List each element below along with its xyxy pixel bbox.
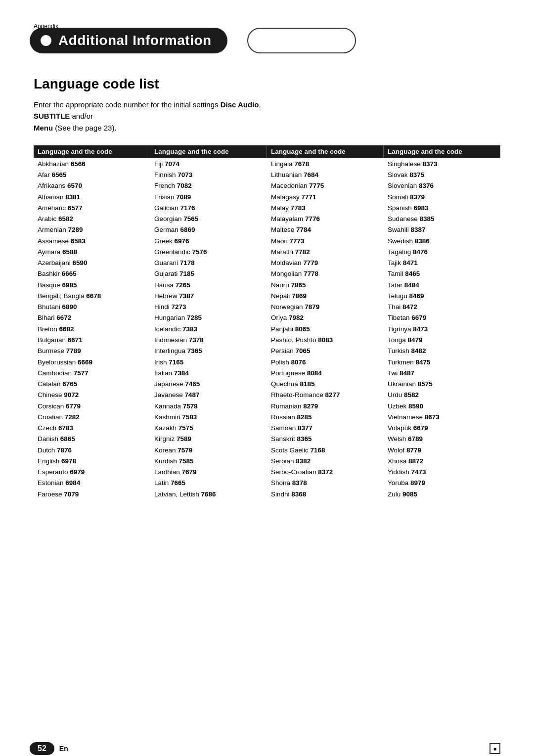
lang-code: 7565	[183, 215, 198, 222]
lang-code: 7074	[165, 160, 179, 168]
list-item: Czech 6783	[38, 423, 146, 434]
lang-code: 8386	[415, 237, 430, 245]
lang-name: Galician	[154, 204, 180, 212]
lang-code: 7876	[57, 446, 72, 454]
lang-code: 8373	[423, 160, 438, 168]
lang-name: Danish	[38, 435, 60, 443]
lang-name: Laothian	[154, 468, 182, 476]
lang-name: Abkhazian	[38, 160, 71, 168]
col-header-4: Language and the code	[384, 145, 500, 158]
list-item: French 7082	[154, 180, 263, 191]
lang-code: 6665	[62, 270, 77, 277]
list-item: Bihari 6672	[38, 312, 146, 323]
and-or: and/or	[70, 112, 93, 120]
list-item: Icelandic 7383	[154, 324, 263, 335]
lang-code: 6566	[71, 160, 86, 168]
list-item: Sanskrit 8365	[271, 434, 380, 445]
col-data-4: Singhalese 8373Slovak 8375Slovenian 8376…	[384, 158, 500, 501]
lang-code: 8375	[409, 171, 424, 178]
lang-name: Turkish	[388, 347, 411, 355]
list-item: Serbo-Croatian 8372	[271, 467, 380, 478]
list-item: Welsh 6789	[388, 434, 496, 445]
lang-code: 7879	[305, 303, 319, 311]
lang-name: Afar	[38, 171, 52, 178]
list-item: Xhosa 8872	[388, 456, 496, 467]
lang-name: Kashmiri	[154, 413, 182, 421]
list-item: Russian 8285	[271, 412, 380, 423]
lang-code: 8475	[416, 358, 431, 366]
lang-code: 7782	[295, 248, 310, 256]
lang-name: Georgian	[154, 215, 183, 222]
lang-name: Icelandic	[154, 325, 182, 333]
list-item: Latin 7665	[154, 478, 263, 489]
lang-name: Guarani	[154, 259, 180, 267]
lang-code: 8590	[408, 402, 423, 410]
col-header-2: Language and the code	[150, 145, 267, 158]
lang-name: Italian	[154, 369, 174, 377]
lang-code: 6588	[62, 248, 77, 256]
lang-name: Russian	[271, 413, 297, 421]
list-item: Catalan 6765	[38, 379, 146, 390]
list-item: Greenlandic 7576	[154, 247, 263, 258]
lang-code: 8472	[402, 303, 417, 311]
list-item: Interlingua 7365	[154, 346, 263, 356]
lang-name: Shona	[271, 479, 292, 487]
list-item: Ukrainian 8575	[388, 379, 496, 390]
lang-name: Volapük	[388, 424, 413, 432]
lang-name: Javanese	[154, 391, 185, 399]
list-item: Zulu 9085	[388, 489, 496, 500]
lang-name: Serbo-Croatian	[271, 468, 318, 476]
lang-code: 8382	[296, 457, 311, 465]
lang-code: 7771	[302, 193, 316, 201]
list-item: Afrikaans 6570	[38, 180, 146, 191]
lang-code: 7185	[179, 270, 194, 277]
lang-code: 8378	[292, 479, 307, 487]
lang-code: 7365	[187, 347, 202, 355]
lang-name: Arabic	[38, 215, 58, 222]
lang-code: 7665	[171, 479, 185, 487]
lang-code: 6783	[58, 424, 73, 432]
lang-code: 7178	[180, 259, 195, 267]
list-item: Hausa 7265	[154, 280, 263, 291]
lang-code: 7082	[177, 182, 192, 189]
list-item: Kirghiz 7589	[154, 434, 263, 445]
lang-code: 7079	[64, 490, 79, 498]
list-item: Albanian 8381	[38, 192, 146, 203]
list-item: Spanish 6983	[388, 203, 496, 214]
list-item: Singhalese 8373	[388, 159, 496, 170]
lang-code: 7779	[303, 259, 318, 267]
list-item: Kurdish 7585	[154, 456, 263, 467]
lang-code: 7487	[185, 391, 200, 399]
intro-text-start: Enter the appropriate code number for th…	[34, 100, 221, 109]
lang-name: Frisian	[154, 193, 176, 201]
list-item: Scots Gaelic 7168	[271, 445, 380, 456]
lang-code: 8779	[406, 446, 421, 454]
lang-name: German	[154, 226, 180, 233]
lang-code: 7289	[68, 226, 83, 233]
list-item: Quechua 8185	[271, 379, 380, 390]
lang-name: Irish	[154, 358, 169, 366]
page-ref: (See the page 23).	[53, 124, 116, 132]
lang-name: Bashkir	[38, 270, 62, 277]
list-item: Pashto, Pushto 8083	[271, 335, 380, 346]
list-item: Tigrinya 8473	[388, 324, 496, 335]
lang-name: Nepali	[271, 292, 292, 300]
lang-name: Yiddish	[388, 468, 411, 476]
lang-code: 8673	[425, 413, 440, 421]
lang-code: 8376	[419, 182, 434, 189]
list-item: Guarani 7178	[154, 258, 263, 268]
lang-name: Czech	[38, 424, 58, 432]
lang-name: Kirghiz	[154, 435, 177, 443]
list-item: Faroese 7079	[38, 489, 146, 500]
lang-name: Nauru	[271, 281, 291, 289]
list-item: Macedonian 7775	[271, 180, 380, 191]
lang-name: Estonian	[38, 479, 65, 487]
list-item: Assamese 6583	[38, 236, 146, 247]
list-item: Lithuanian 7684	[271, 170, 380, 180]
list-item: English 6978	[38, 456, 146, 467]
lang-code: 6679	[413, 424, 428, 432]
lang-name: Byelorussian	[38, 358, 78, 366]
lang-name: Tamil	[388, 270, 405, 277]
list-item: Wolof 8779	[388, 445, 496, 456]
list-item: Panjabi 8065	[271, 324, 380, 335]
